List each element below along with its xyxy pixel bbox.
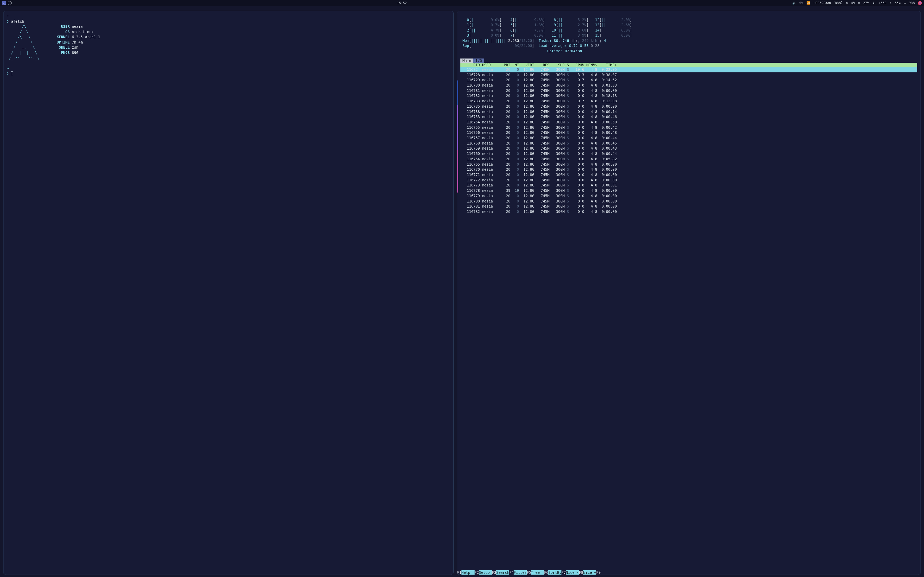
thermometer-icon: 🌡 — [872, 1, 876, 5]
temp-value: 45°C — [879, 1, 886, 5]
process-row[interactable]: 116780 nezia 20 0 12.8G 745M 300M S 0.0 … — [460, 199, 917, 204]
process-row[interactable]: 116760 nezia 20 0 12.8G 745M 300M S 0.0 … — [460, 151, 917, 156]
process-row[interactable]: 116782 nezia 20 0 12.8G 745M 300M S 0.0 … — [460, 209, 917, 214]
tab-main[interactable]: Main — [460, 58, 473, 63]
wifi-label: UPC59F3A0 (88%) — [814, 1, 842, 5]
process-row[interactable]: 116729 nezia 20 0 12.8G 745M 300M S 0.7 … — [460, 77, 917, 83]
process-row[interactable]: 116771 nezia 20 0 12.8G 745M 300M S 0.0 … — [460, 172, 917, 177]
process-row[interactable]: 116765 nezia 20 0 12.8G 745M 300M S 0.0 … — [460, 162, 917, 167]
discord-icon[interactable]: 👾 — [918, 1, 922, 5]
top-bar: >_ 15:52 🔈 0% 📶 UPC59F3A0 (88%) ⚙ 4% ≡ 2… — [0, 0, 924, 6]
volume-icon[interactable]: 🔈 — [792, 1, 796, 5]
terminal-pane-right[interactable]: 0[| 9.0%] 4[|| 9.6%] 8[|| 5.2%] 12[|| 2.… — [457, 11, 921, 575]
clock: 15:52 — [15, 1, 790, 5]
process-row[interactable]: 116753 nezia 20 0 12.8G 745M 300M S 0.0 … — [460, 114, 917, 120]
process-row[interactable]: 116756 nezia 20 0 12.8G 745M 300M S 0.0 … — [460, 130, 917, 135]
process-list[interactable]: 116724 nezia 20 0 12.8G 745M 300M S 19.6… — [460, 67, 917, 572]
tab-io[interactable]: I/O — [473, 58, 484, 63]
browser-icon[interactable] — [8, 1, 12, 5]
process-row[interactable]: 116773 nezia 20 0 12.8G 745M 300M S 0.0 … — [460, 183, 917, 188]
process-row[interactable]: 116779 nezia 20 0 12.8G 745M 300M S 0.0 … — [460, 193, 917, 199]
process-row[interactable]: 116735 nezia 20 0 12.8G 745M 300M S 0.0 … — [460, 104, 917, 109]
htop-meters: 0[| 9.0%] 4[|| 9.6%] 8[|| 5.2%] 12[|| 2.… — [460, 18, 917, 54]
menu-value: 27% — [863, 1, 869, 5]
process-row[interactable]: 116733 nezia 20 0 12.8G 745M 300M S 0.7 … — [460, 98, 917, 104]
process-row[interactable]: 116755 nezia 20 0 12.8G 745M 300M S 0.0 … — [460, 125, 917, 131]
process-row[interactable]: 116764 nezia 20 0 12.8G 745M 300M S 0.0 … — [460, 156, 917, 162]
wifi-icon[interactable]: 📶 — [806, 1, 810, 5]
battery-value: 98% — [909, 1, 914, 5]
terminal-icon[interactable]: >_ — [2, 1, 6, 5]
process-row[interactable]: 116732 nezia 20 0 12.8G 745M 300M S 0.0 … — [460, 93, 917, 98]
process-row[interactable]: 116778 nezia 39 19 12.8G 745M 300M S 0.0… — [460, 188, 917, 193]
process-row[interactable]: 116731 nezia 20 0 12.8G 745M 300M S 0.0 … — [460, 88, 917, 93]
process-row[interactable]: 116759 nezia 20 0 12.8G 745M 300M S 0.0 … — [460, 146, 917, 151]
terminal-pane-left[interactable]: ~ ❯ afetch /\ USER nezia / \ OS Arch Lin… — [3, 11, 454, 575]
process-row[interactable]: 116754 nezia 20 0 12.8G 745M 300M S 0.0 … — [460, 120, 917, 125]
process-row[interactable]: 116757 nezia 20 0 12.8G 745M 300M S 0.0 … — [460, 135, 917, 141]
volume-value: 0% — [800, 1, 803, 5]
htop-tabs: MainI/O — [460, 58, 917, 63]
process-row[interactable]: 116724 nezia 20 0 12.8G 745M 300M S 19.6… — [460, 67, 917, 73]
gear-value: 4% — [851, 1, 855, 5]
process-row[interactable]: 116738 nezia 20 0 12.8G 745M 300M S 0.0 … — [460, 109, 917, 114]
process-row[interactable]: 116758 nezia 20 0 12.8G 745M 300M S 0.0 … — [460, 141, 917, 146]
htop-fkeys[interactable]: F1Help F2Setup F3SearchF4FilterF5Tree F6… — [457, 570, 921, 575]
brightness-icon[interactable]: ☀ — [890, 1, 892, 5]
battery-icon: ▭ — [904, 1, 906, 5]
gear-icon[interactable]: ⚙ — [846, 1, 848, 5]
process-row[interactable]: 116728 nezia 20 0 12.8G 745M 300M S 3.3 … — [460, 73, 917, 78]
menu-icon[interactable]: ≡ — [858, 1, 860, 5]
process-row[interactable]: 116730 nezia 20 0 12.8G 745M 300M S 0.0 … — [460, 83, 917, 88]
brightness-value: 53% — [895, 1, 900, 5]
scrollbar[interactable] — [457, 81, 458, 193]
terminal-output: ~ ❯ afetch /\ USER nezia / \ OS Arch Lin… — [7, 14, 450, 76]
process-row[interactable]: 116772 nezia 20 0 12.8G 745M 300M S 0.0 … — [460, 177, 917, 183]
process-row[interactable]: 116781 nezia 20 0 12.8G 745M 300M S 0.0 … — [460, 204, 917, 209]
process-row[interactable]: 116770 nezia 20 0 12.8G 745M 300M S 0.0 … — [460, 167, 917, 172]
process-header[interactable]: PID USER PRI NI VIRT RES SHR S CPU% MEM%… — [460, 63, 917, 67]
